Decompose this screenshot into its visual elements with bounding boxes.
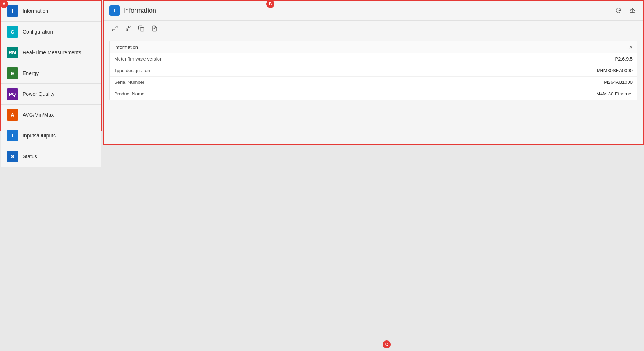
app-wrapper: A IInformationCConfigurationRMReal-Time … <box>0 0 644 351</box>
sidebar-item-avg-min-max[interactable]: AAVG/Min/Max <box>1 105 101 125</box>
sidebar-icon-inputs-outputs: I <box>7 130 18 141</box>
sidebar-label-configuration: Configuration <box>23 29 53 35</box>
sidebar-panel: IInformationCConfigurationRMReal-Time Me… <box>0 0 102 131</box>
table-row: Type designationM4M30SEA0000 <box>110 65 637 77</box>
svg-line-2 <box>116 26 117 28</box>
info-table-header: Information ∧ <box>110 41 637 53</box>
sidebar-icon-power-quality: PQ <box>7 88 18 100</box>
panel-title: Information <box>123 7 156 15</box>
sidebar-item-energy[interactable]: EEnergy <box>1 63 101 84</box>
refresh-button[interactable] <box>613 5 624 16</box>
svg-line-3 <box>112 29 114 31</box>
sidebar-icon-real-time-measurements: RM <box>7 47 18 58</box>
svg-rect-6 <box>140 28 144 31</box>
collapse-all-button[interactable] <box>123 24 134 33</box>
sidebar-label-power-quality: Power Quality <box>23 91 54 97</box>
panel-header: I Information <box>104 1 643 21</box>
annotation-c: C <box>383 340 391 348</box>
info-field-label: Product Name <box>114 91 144 97</box>
info-rows-container: Meter firmware versionP2.6.9.5Type desig… <box>110 53 637 100</box>
svg-line-5 <box>129 26 131 28</box>
sidebar-icon-configuration: C <box>7 26 18 38</box>
info-table-container: Information ∧ Meter firmware versionP2.6… <box>109 41 637 100</box>
sidebar-item-information[interactable]: IInformation <box>1 1 101 22</box>
info-field-value: M264AB1000 <box>604 79 633 85</box>
sidebar-label-information: Information <box>23 8 48 14</box>
annotation-b: B <box>266 0 274 8</box>
content-panel: I Information <box>103 0 644 145</box>
info-field-value: M4M30SEA0000 <box>597 68 633 73</box>
sidebar-icon-energy: E <box>7 67 18 79</box>
content-area: B I Information <box>103 0 644 146</box>
sidebar-items-container: IInformationCConfigurationRMReal-Time Me… <box>1 1 101 167</box>
info-field-value: M4M 30 Ethernet <box>596 91 633 97</box>
sidebar-label-inputs-outputs: Inputs/Outputs <box>23 133 56 139</box>
sidebar-label-status: Status <box>23 153 37 159</box>
toolbar <box>104 21 643 36</box>
sidebar-item-configuration[interactable]: CConfiguration <box>1 22 101 42</box>
panel-actions <box>613 5 637 16</box>
status-bar-wrapper: C C:\ProgramData\ABB\EkipConnect3\Device… <box>389 338 644 351</box>
info-table-title: Information <box>114 44 138 50</box>
sidebar-item-status[interactable]: SStatus <box>1 146 101 167</box>
sidebar-icon-avg-min-max: A <box>7 109 18 121</box>
panel-title-area: I Information <box>109 5 156 16</box>
table-row: Meter firmware versionP2.6.9.5 <box>110 53 637 65</box>
export-button[interactable] <box>149 24 160 33</box>
info-field-label: Meter firmware version <box>114 56 162 62</box>
sidebar: IInformationCConfigurationRMReal-Time Me… <box>0 0 102 131</box>
collapse-section-button[interactable]: ∧ <box>629 44 633 50</box>
sidebar-item-inputs-outputs[interactable]: IInputs/Outputs <box>1 125 101 146</box>
panel-title-icon: I <box>109 5 120 16</box>
table-row: Product NameM4M 30 Ethernet <box>110 88 637 100</box>
table-row: Serial NumberM264AB1000 <box>110 77 637 88</box>
sidebar-icon-information: I <box>7 5 18 17</box>
sidebar-icon-status: S <box>7 151 18 162</box>
info-field-label: Type designation <box>114 68 150 73</box>
info-field-value: P2.6.9.5 <box>615 56 633 62</box>
sidebar-label-avg-min-max: AVG/Min/Max <box>23 112 54 118</box>
svg-line-4 <box>126 29 127 31</box>
sidebar-item-power-quality[interactable]: PQPower Quality <box>1 84 101 105</box>
sidebar-item-real-time-measurements[interactable]: RMReal-Time Measurements <box>1 42 101 63</box>
info-field-label: Serial Number <box>114 79 144 85</box>
annotation-a: A <box>0 0 8 8</box>
sidebar-label-energy: Energy <box>23 70 39 76</box>
copy-button[interactable] <box>136 24 147 33</box>
sidebar-label-real-time-measurements: Real-Time Measurements <box>23 50 81 55</box>
upload-button[interactable] <box>627 5 637 16</box>
expand-button[interactable] <box>109 24 120 33</box>
